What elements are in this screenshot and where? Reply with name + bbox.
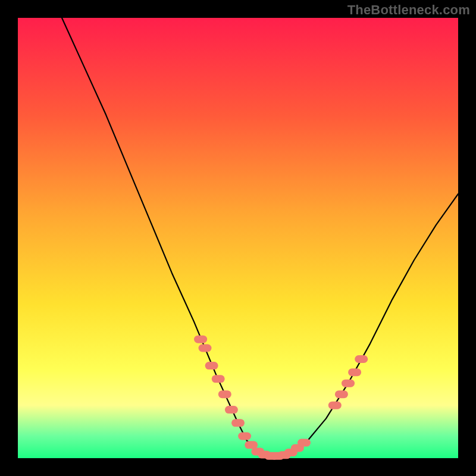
data-marker xyxy=(238,433,251,440)
data-marker xyxy=(218,390,231,398)
data-marker xyxy=(205,362,218,369)
watermark-label: TheBottleneck.com xyxy=(347,2,470,18)
bottleneck-curve xyxy=(62,18,458,456)
data-marker xyxy=(355,355,368,363)
data-marker xyxy=(348,368,361,376)
data-marker xyxy=(298,439,311,447)
marker-group xyxy=(194,336,368,460)
data-marker xyxy=(335,390,348,398)
data-marker xyxy=(342,380,355,387)
curve-svg xyxy=(18,18,458,458)
data-marker xyxy=(245,441,258,449)
data-marker xyxy=(328,402,342,409)
plot-area xyxy=(18,18,458,458)
chart-frame: TheBottleneck.com xyxy=(0,0,476,476)
data-marker xyxy=(194,336,207,343)
data-marker xyxy=(212,375,225,383)
data-marker xyxy=(231,419,245,427)
data-marker xyxy=(199,345,212,352)
data-marker xyxy=(225,406,238,414)
